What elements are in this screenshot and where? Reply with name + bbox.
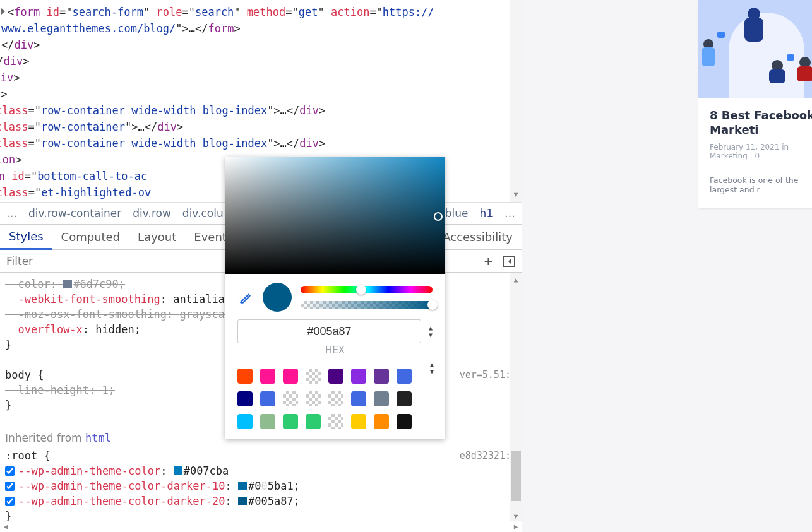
dom-line[interactable]: </div> [0, 37, 522, 53]
dom-line[interactable]: <div class="row-container">…</div> [0, 119, 522, 135]
saturation-thumb[interactable] [434, 212, 443, 221]
toggle-panel-icon[interactable] [503, 256, 515, 267]
toggle-property-checkbox[interactable] [5, 497, 15, 506]
card-description: Facebook is one of the largest and r [710, 175, 812, 194]
palette-swatch[interactable] [306, 414, 321, 429]
page-preview: 8 Best Facebook Marketi February 11, 202… [522, 0, 812, 532]
breadcrumb-item[interactable]: div.colu [182, 207, 224, 220]
new-style-rule-icon[interactable]: + [484, 253, 493, 269]
palette-swatch[interactable] [374, 391, 389, 406]
toggle-property-checkbox[interactable] [5, 482, 15, 491]
palette-swatch[interactable] [351, 414, 366, 429]
dom-line[interactable]: <div class="row-container wide-width blo… [0, 102, 522, 119]
alpha-slider[interactable] [301, 301, 433, 309]
dom-line[interactable]: www.elegantthemes.com/blog/">…</form> [0, 20, 522, 37]
palette-swatch[interactable] [306, 369, 321, 384]
palette-swatch[interactable] [351, 369, 366, 384]
format-toggle[interactable]: ▲▼ [429, 324, 433, 338]
tab-computed[interactable]: Computed [52, 225, 129, 249]
vertical-scrollbar[interactable]: ▼ [510, 0, 522, 202]
hue-thumb[interactable] [356, 285, 366, 295]
palette-swatch[interactable] [237, 369, 253, 384]
palette-swatch[interactable] [374, 369, 389, 384]
palette-swatch[interactable] [260, 391, 275, 406]
current-color-swatch [263, 283, 292, 312]
color-swatch-icon[interactable] [174, 466, 182, 475]
dom-line[interactable]: </div> [0, 69, 522, 86]
palette-swatch[interactable] [260, 414, 275, 429]
palette-swatch[interactable] [260, 369, 275, 384]
eyedropper-icon[interactable] [237, 289, 254, 305]
palette-swatch[interactable] [306, 391, 321, 406]
palette-swatch[interactable] [283, 414, 298, 429]
breadcrumb-overflow[interactable]: … [505, 207, 515, 220]
card-meta: February 11, 2021 in Marketing | 0 [710, 143, 812, 160]
breadcrumb-item[interactable]: div.row-container [28, 207, 121, 220]
css-declaration[interactable]: --wp-admin-theme-color-darker-10: #005ba… [5, 478, 516, 494]
palette-swatch[interactable] [237, 414, 253, 429]
dom-line[interactable]: </div> [0, 53, 522, 69]
disclosure-triangle-icon[interactable] [1, 8, 5, 15]
color-picker[interactable]: ▲▼ HEX ▲▼ [225, 157, 445, 439]
palette-swatch[interactable] [351, 391, 366, 406]
hex-input[interactable] [237, 319, 421, 343]
palette-swatch[interactable] [397, 414, 412, 429]
css-brace: } [5, 509, 516, 521]
card-image [698, 0, 812, 98]
saturation-field[interactable] [225, 157, 445, 274]
css-declaration[interactable]: --wp-admin-theme-color-darker-20: #005a8… [5, 494, 516, 509]
horizontal-scrollbar[interactable]: ◀ ▶ [0, 521, 522, 532]
palette-swatch[interactable] [237, 391, 253, 406]
blog-card[interactable]: 8 Best Facebook Marketi February 11, 202… [698, 0, 812, 208]
card-body: 8 Best Facebook Marketi February 11, 202… [698, 98, 812, 208]
hex-label: HEX [225, 345, 445, 362]
palette-swatch[interactable] [397, 369, 412, 384]
source-link[interactable]: e8d32321:1 [460, 448, 516, 463]
css-selector[interactable]: e8d32321:1:root { [5, 448, 516, 463]
vertical-scrollbar[interactable]: ▲ ▼ [510, 273, 522, 521]
card-title[interactable]: 8 Best Facebook Marketi [710, 108, 812, 138]
palette-swatch[interactable] [283, 391, 298, 406]
palette-swatch[interactable] [397, 391, 412, 406]
source-link[interactable]: ver=5.51:1 [460, 367, 516, 382]
breadcrumb-item[interactable]: h1 [479, 207, 493, 220]
palette-swatch[interactable] [328, 391, 343, 406]
alpha-thumb[interactable] [427, 300, 438, 310]
tab-styles[interactable]: Styles [0, 225, 52, 250]
css-declaration[interactable]: --wp-admin-theme-color: #007cba [5, 463, 516, 478]
tab-layout[interactable]: Layout [129, 225, 185, 249]
palette [225, 362, 445, 439]
palette-swatch[interactable] [328, 414, 343, 429]
dom-line[interactable]: </div> [0, 86, 522, 102]
color-swatch-icon[interactable] [63, 280, 72, 288]
breadcrumb-item[interactable]: div.row [133, 207, 171, 220]
toggle-property-checkbox[interactable] [5, 466, 15, 476]
palette-page-toggle[interactable]: ▲▼ [430, 361, 434, 375]
hue-slider[interactable] [301, 286, 433, 293]
palette-swatch[interactable] [374, 414, 389, 429]
palette-swatch[interactable] [283, 369, 298, 384]
breadcrumb-item[interactable]: blue [445, 207, 469, 220]
dom-line[interactable]: <div class="row-container wide-width blo… [0, 135, 522, 151]
color-swatch-icon[interactable] [238, 497, 247, 505]
palette-swatch[interactable] [328, 369, 343, 384]
tab-accessibility[interactable]: Accessibility [434, 225, 522, 249]
breadcrumb-overflow[interactable]: … [6, 207, 17, 220]
color-swatch-icon[interactable] [238, 482, 247, 490]
dom-line[interactable]: <form id="search-form" role="search" met… [0, 4, 522, 20]
